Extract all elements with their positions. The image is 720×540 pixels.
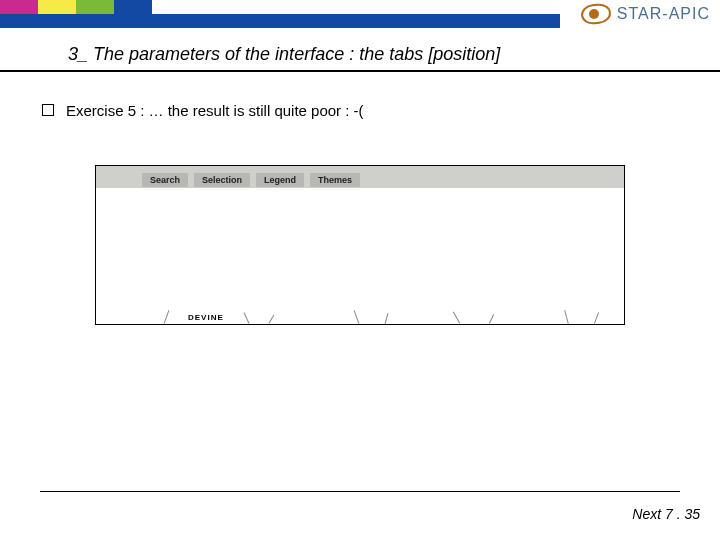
tab-themes: Themes bbox=[310, 173, 360, 187]
footer-page-number: Next 7 . 35 bbox=[632, 506, 700, 522]
screenshot-toolbar: Search Selection Legend Themes bbox=[96, 166, 624, 188]
map-fragment-label: DEVINE bbox=[188, 313, 224, 322]
page-title: 3_ The parameters of the interface : the… bbox=[68, 44, 500, 65]
square-bullet-icon bbox=[42, 104, 54, 116]
title-divider bbox=[0, 70, 720, 72]
header-stripe bbox=[0, 14, 560, 28]
bullet-item: Exercise 5 : … the result is still quite… bbox=[42, 102, 364, 119]
color-block bbox=[114, 0, 152, 14]
color-block bbox=[38, 0, 76, 14]
footer-divider bbox=[40, 491, 680, 492]
color-block bbox=[76, 0, 114, 14]
brand-logo: STAR-APIC bbox=[581, 0, 710, 28]
map-fragment: DEVINE bbox=[96, 306, 624, 324]
tab-selection: Selection bbox=[194, 173, 250, 187]
slide: STAR-APIC 3_ The parameters of the inter… bbox=[0, 0, 720, 540]
tab-legend: Legend bbox=[256, 173, 304, 187]
header-bar: STAR-APIC bbox=[0, 0, 720, 28]
tab-search: Search bbox=[142, 173, 188, 187]
eye-icon bbox=[581, 4, 611, 24]
brand-name: STAR-APIC bbox=[617, 5, 710, 23]
color-block bbox=[0, 0, 38, 14]
embedded-screenshot: Search Selection Legend Themes DEVINE bbox=[95, 165, 625, 325]
bullet-text: Exercise 5 : … the result is still quite… bbox=[66, 102, 364, 119]
screenshot-tab-row: Search Selection Legend Themes bbox=[142, 173, 360, 187]
